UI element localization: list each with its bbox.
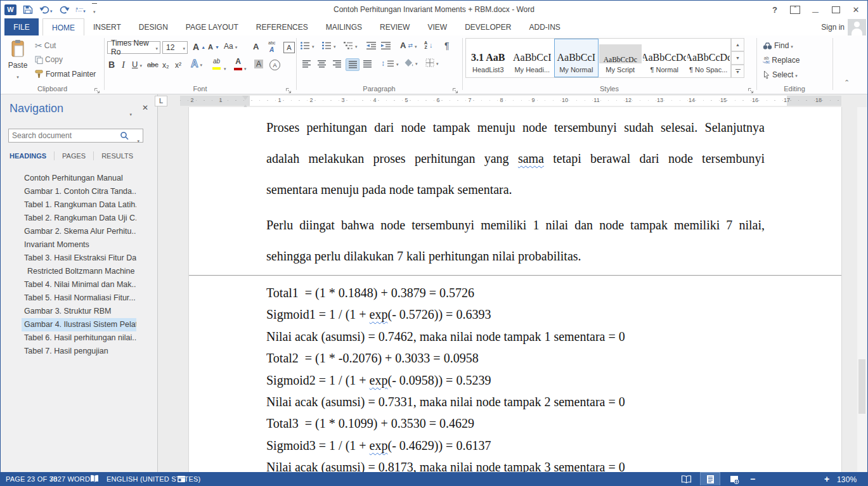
close-icon[interactable]: [848, 3, 864, 16]
align-left-button[interactable]: [300, 58, 313, 70]
nav-heading-item[interactable]: Gambar 2. Skema Alur Perhitu...: [22, 225, 136, 238]
increase-indent-button[interactable]: [380, 41, 391, 50]
cut-button[interactable]: ✂ Cut: [35, 41, 56, 51]
style-headlist3[interactable]: 3.1 AaBHeadList3: [466, 39, 510, 77]
highlight-color-button[interactable]: ab: [212, 58, 221, 70]
minimize-icon[interactable]: [808, 3, 823, 16]
ribbon-tab-design[interactable]: DESIGN: [130, 18, 177, 35]
tab-stop-selector[interactable]: [155, 96, 167, 106]
language-indicator[interactable]: ENGLISH (UNITED STATES): [107, 475, 200, 483]
copy-button[interactable]: Copy: [35, 55, 63, 64]
nav-heading-item[interactable]: Gambar 4. Ilustrasi Sistem Pelat...: [22, 318, 136, 331]
justify-button[interactable]: [346, 58, 360, 71]
asian-layout-button[interactable]: A⇄: [400, 41, 417, 50]
change-case-button[interactable]: [224, 42, 237, 51]
paste-button[interactable]: Paste: [6, 39, 30, 82]
collapse-ribbon-icon[interactable]: ⌃: [844, 79, 850, 87]
numbering-dropdown-caret-icon[interactable]: [83, 4, 86, 15]
numbering-button[interactable]: a –– i ––: [76, 4, 86, 15]
shading-button[interactable]: [404, 58, 418, 67]
distributed-button[interactable]: [361, 58, 373, 70]
ribbon-tab-references[interactable]: REFERENCES: [247, 18, 317, 35]
nav-heading-item[interactable]: Tabel 7. Hasil pengujian: [22, 345, 136, 358]
italic-button[interactable]: [122, 60, 125, 70]
nav-heading-item[interactable]: Tabel 3. Hasil Ekstraksi Fitur Da...: [22, 252, 136, 265]
strikethrough-button[interactable]: [147, 61, 159, 68]
nav-heading-item[interactable]: Tabel 1. Rangkuman Data Latih...: [22, 198, 136, 212]
ribbon-tab-developer[interactable]: DEVELOPER: [456, 18, 520, 35]
grow-font-button[interactable]: ▲: [193, 42, 205, 52]
style-no-spac[interactable]: AaBbCcDc¶ No Spac...: [687, 39, 731, 77]
nav-heading-item[interactable]: Invariant Moments: [22, 238, 136, 252]
ribbon-tab-page-layout[interactable]: PAGE LAYOUT: [177, 18, 247, 35]
redo-button[interactable]: [59, 5, 70, 15]
clipboard-dialog-launcher[interactable]: [94, 85, 101, 92]
nav-heading-item[interactable]: Tabel 6. Hasil perhitungan nilai...: [22, 331, 136, 345]
character-shading-button[interactable]: A: [254, 60, 263, 68]
bullets-button[interactable]: [300, 41, 314, 50]
bold-button[interactable]: [108, 60, 115, 70]
read-mode-button[interactable]: [677, 473, 696, 486]
paragraph-dialog-launcher[interactable]: [452, 85, 459, 92]
decrease-indent-button[interactable]: [366, 41, 377, 50]
ribbon-tab-review[interactable]: REVIEW: [371, 18, 418, 35]
zoom-in-button[interactable]: +: [824, 474, 829, 484]
enclose-characters-button[interactable]: A: [269, 60, 280, 70]
style-my-headi[interactable]: AaBbCcIMy Headi...: [510, 39, 555, 77]
phonetic-guide-button[interactable]: abcA: [268, 41, 275, 53]
ribbon-tab-add-ins[interactable]: ADD-INS: [520, 18, 569, 35]
styles-scroll-down-icon[interactable]: ▼: [731, 51, 744, 65]
font-color-button[interactable]: A: [234, 58, 242, 70]
undo-button[interactable]: [39, 4, 53, 15]
ribbon-tab-mailings[interactable]: MAILINGS: [317, 18, 371, 35]
numbering-list-button[interactable]: [321, 41, 336, 50]
underline-button[interactable]: [132, 60, 142, 69]
font-name-combobox[interactable]: Times New Ro: [107, 41, 160, 54]
style-normal[interactable]: AaBbCcDc¶ Normal: [642, 39, 687, 77]
styles-scroll-up-icon[interactable]: ▲: [731, 38, 744, 51]
show-hide-marks-button[interactable]: [444, 41, 450, 51]
nav-heading-item[interactable]: Tabel 5. Hasil Normaliasi Fitur...: [22, 291, 136, 305]
find-button[interactable]: Find: [763, 41, 793, 50]
word-count[interactable]: 7827 WORDS: [49, 475, 95, 483]
style-my-script[interactable]: AaBbCcDcMy Script: [599, 39, 643, 77]
sort-button[interactable]: AZ ↓: [424, 41, 433, 49]
macro-recording-icon[interactable]: [177, 475, 186, 483]
highlight-caret[interactable]: [224, 63, 226, 72]
proofing-errors-icon[interactable]: [89, 475, 100, 483]
search-box[interactable]: [8, 129, 143, 143]
sign-in-link[interactable]: Sign in: [821, 18, 845, 35]
replace-button[interactable]: ab⤷ac Replace: [763, 56, 800, 65]
search-input[interactable]: [9, 129, 107, 140]
styles-more-icon[interactable]: ▼: [731, 65, 744, 78]
borders-button[interactable]: [425, 58, 439, 67]
ribbon-tab-home[interactable]: HOME: [42, 18, 84, 36]
ribbon-tab-file[interactable]: FILE: [4, 18, 39, 35]
ribbon-tab-view[interactable]: VIEW: [418, 18, 456, 35]
nav-heading-item[interactable]: Tabel 2. Rangkuman Data Uji C...: [22, 212, 136, 225]
help-icon[interactable]: [767, 3, 782, 16]
line-spacing-button[interactable]: ↕: [381, 59, 399, 68]
font-dialog-launcher[interactable]: [285, 85, 292, 92]
maximize-icon[interactable]: [828, 3, 843, 16]
subscript-button[interactable]: [162, 61, 169, 70]
styles-dialog-launcher[interactable]: [748, 85, 755, 92]
undo-dropdown-caret-icon[interactable]: [50, 4, 53, 15]
nav-tab-pages[interactable]: PAGES: [62, 152, 86, 160]
zoom-level[interactable]: 130%: [837, 475, 857, 484]
nav-heading-item[interactable]: Gambar 3. Struktur RBM: [22, 305, 136, 318]
customize-qat-button[interactable]: [92, 3, 97, 16]
nav-heading-item[interactable]: Gambar 1. Contoh Citra Tanda...: [22, 185, 136, 198]
nav-heading-item[interactable]: Contoh Perhitungan Manual: [22, 172, 136, 185]
shrink-font-button[interactable]: ▼: [208, 43, 219, 51]
navigation-close-icon[interactable]: ✕: [142, 103, 148, 112]
multilevel-list-button[interactable]: [343, 41, 358, 50]
select-button[interactable]: Select: [763, 70, 798, 79]
ribbon-display-options-icon[interactable]: ⌃: [787, 3, 803, 16]
align-right-button[interactable]: [330, 58, 343, 70]
character-border-button[interactable]: A: [283, 42, 295, 53]
search-icon[interactable]: [120, 131, 129, 143]
save-button[interactable]: [23, 4, 33, 15]
nav-heading-item[interactable]: Restricted Boltzmann Machine: [22, 265, 136, 278]
print-layout-button[interactable]: [701, 473, 720, 486]
